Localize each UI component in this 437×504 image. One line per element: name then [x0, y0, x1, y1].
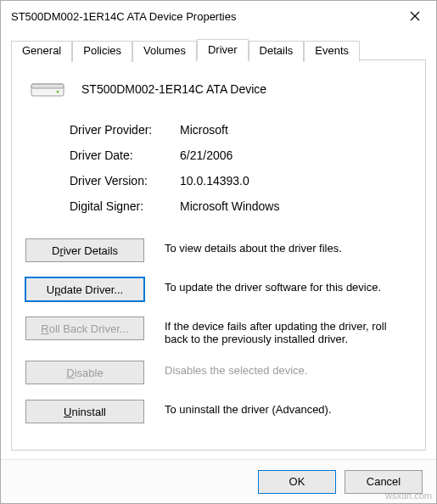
svg-point-2	[57, 91, 59, 93]
driver-details-button[interactable]: Driver Details	[25, 238, 144, 262]
btn-label: Cancel	[367, 475, 401, 488]
update-driver-button[interactable]: Update Driver...	[25, 277, 144, 301]
date-label: Driver Date:	[70, 148, 180, 162]
tab-driver[interactable]: Driver	[197, 39, 249, 60]
device-name: ST500DM002-1ER14C ATA Device	[81, 82, 266, 96]
tab-label: Policies	[83, 44, 121, 57]
tab-label: Driver	[208, 43, 238, 56]
tab-events[interactable]: Events	[304, 41, 360, 62]
device-header: ST500DM002-1ER14C ATA Device	[31, 77, 412, 101]
btn-label: Uninstall	[64, 406, 106, 418]
rollback-driver-desc: If the device fails after updating the d…	[165, 316, 412, 345]
signer-label: Digital Signer:	[70, 199, 180, 213]
tab-panel-driver: ST500DM002-1ER14C ATA Device Driver Prov…	[11, 59, 426, 451]
btn-label: Disable	[66, 367, 103, 379]
btn-label: Driver Details	[52, 244, 118, 257]
tab-label: General	[22, 44, 61, 57]
row-update-driver: Update Driver... To update the driver so…	[25, 277, 412, 301]
driver-properties: Driver Provider: Microsoft Driver Date: …	[70, 123, 412, 213]
svg-rect-1	[31, 84, 64, 88]
signer-value: Microsoft Windows	[180, 199, 412, 213]
provider-value: Microsoft	[180, 123, 412, 137]
close-button[interactable]	[395, 3, 434, 30]
uninstall-button[interactable]: Uninstall	[25, 400, 144, 423]
btn-label: OK	[289, 475, 305, 488]
rollback-driver-button: Roll Back Driver...	[25, 316, 144, 340]
tab-policies[interactable]: Policies	[72, 41, 132, 62]
properties-dialog: ST500DM002-1ER14C ATA Device Properties …	[0, 0, 437, 504]
provider-label: Driver Provider:	[70, 123, 180, 137]
date-value: 6/21/2006	[180, 148, 412, 162]
hard-drive-icon	[31, 77, 64, 101]
tab-strip: General Policies Volumes Driver Details …	[11, 39, 426, 60]
disable-desc: Disables the selected device.	[165, 361, 412, 377]
uninstall-desc: To uninstall the driver (Advanced).	[165, 400, 412, 416]
title-bar: ST500DM002-1ER14C ATA Device Properties	[1, 1, 436, 31]
tab-general[interactable]: General	[11, 41, 72, 62]
watermark: wsxdn.com	[385, 490, 432, 501]
close-icon	[410, 11, 420, 21]
btn-label: Roll Back Driver...	[41, 322, 128, 335]
tab-details[interactable]: Details	[249, 41, 305, 62]
tab-label: Volumes	[143, 44, 186, 57]
row-driver-details: Driver Details To view details about the…	[25, 238, 412, 262]
row-rollback-driver: Roll Back Driver... If the device fails …	[25, 316, 412, 345]
version-label: Driver Version:	[70, 174, 180, 188]
row-disable: Disable Disables the selected device.	[25, 361, 412, 384]
tab-label: Events	[315, 44, 349, 57]
disable-button: Disable	[25, 361, 144, 384]
tab-volumes[interactable]: Volumes	[132, 41, 197, 62]
btn-label: Update Driver...	[47, 283, 123, 296]
driver-details-desc: To view details about the driver files.	[165, 238, 412, 255]
row-uninstall: Uninstall To uninstall the driver (Advan…	[25, 400, 412, 423]
dialog-body: General Policies Volumes Driver Details …	[1, 31, 436, 459]
window-title: ST500DM002-1ER14C ATA Device Properties	[11, 10, 395, 23]
ok-button[interactable]: OK	[258, 470, 336, 494]
version-value: 10.0.14393.0	[180, 174, 412, 188]
dialog-footer: OK Cancel	[1, 459, 436, 503]
update-driver-desc: To update the driver software for this d…	[165, 277, 412, 294]
tab-label: Details	[260, 44, 294, 57]
